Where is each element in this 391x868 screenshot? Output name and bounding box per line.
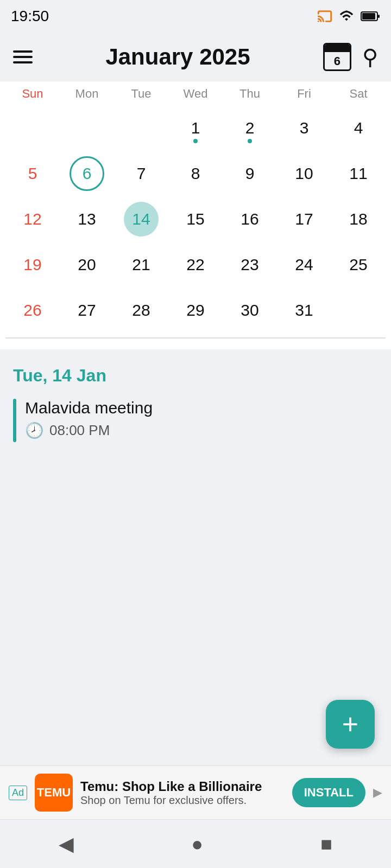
ad-install-button[interactable]: INSTALL (292, 778, 365, 807)
cal-day-25[interactable]: 25 (331, 243, 386, 286)
cal-day-31[interactable]: 31 (277, 289, 331, 332)
cal-day-16[interactable]: 16 (223, 197, 277, 241)
cal-day-2[interactable]: 2 (223, 106, 277, 150)
calendar-grid: 1 2 3 4 5 6 7 8 9 10 11 12 13 14 15 16 1… (5, 106, 386, 332)
cal-day-7[interactable]: 7 (114, 152, 168, 195)
cal-empty (60, 106, 114, 150)
status-icons (317, 9, 380, 24)
wifi-icon (338, 9, 355, 24)
event-details: Malavida meeting 🕗 08:00 PM (25, 399, 153, 442)
event-title: Malavida meeting (25, 399, 153, 417)
cal-day-3[interactable]: 3 (277, 106, 331, 150)
home-button[interactable]: ● (191, 833, 203, 856)
cal-day-5[interactable]: 5 (5, 152, 60, 195)
ad-close-icon[interactable]: ▶ (373, 786, 382, 800)
day-header-mon: Mon (60, 87, 114, 101)
cal-day-28[interactable]: 28 (114, 289, 168, 332)
day-headers: Sun Mon Tue Wed Thu Fri Sat (5, 81, 386, 106)
event-item[interactable]: Malavida meeting 🕗 08:00 PM (13, 399, 378, 442)
cal-day-26[interactable]: 26 (5, 289, 60, 332)
day-header-thu: Thu (223, 87, 277, 101)
cal-empty (5, 106, 60, 150)
cal-day-10[interactable]: 10 (277, 152, 331, 195)
day-header-tue: Tue (114, 87, 168, 101)
ad-label: Ad (9, 786, 27, 800)
cal-day-29[interactable]: 29 (168, 289, 223, 332)
cal-day-22[interactable]: 22 (168, 243, 223, 286)
event-color-bar (13, 399, 16, 442)
cal-day-17[interactable]: 17 (277, 197, 331, 241)
ad-title: Temu: Shop Like a Billionaire (80, 779, 285, 794)
header-actions: 6 ⚲ (323, 43, 378, 71)
event-time: 🕗 08:00 PM (25, 422, 153, 439)
clock-icon: 🕗 (25, 422, 44, 439)
status-time: 19:50 (11, 8, 49, 25)
calendar: Sun Mon Tue Wed Thu Fri Sat 1 2 3 4 5 6 … (0, 81, 391, 349)
cal-day-11[interactable]: 11 (331, 152, 386, 195)
calendar-divider (5, 337, 386, 339)
svg-rect-2 (362, 13, 375, 20)
cal-day-8[interactable]: 8 (168, 152, 223, 195)
cal-day-20[interactable]: 20 (60, 243, 114, 286)
cal-day-19[interactable]: 19 (5, 243, 60, 286)
ad-banner: Ad TEMU Temu: Shop Like a Billionaire Sh… (0, 765, 391, 819)
events-section: Tue, 14 Jan Malavida meeting 🕗 08:00 PM (0, 349, 391, 458)
cal-day-24[interactable]: 24 (277, 243, 331, 286)
today-button[interactable]: 6 (323, 43, 351, 71)
ad-logo: TEMU (35, 774, 73, 812)
cast-icon (317, 9, 332, 24)
cal-day-30[interactable]: 30 (223, 289, 277, 332)
events-date: Tue, 14 Jan (13, 366, 378, 386)
battery-icon (361, 10, 380, 22)
cal-day-21[interactable]: 21 (114, 243, 168, 286)
cal-day-14[interactable]: 14 (114, 197, 168, 241)
cal-day-1[interactable]: 1 (168, 106, 223, 150)
day-header-fri: Fri (277, 87, 331, 101)
cal-day-12[interactable]: 12 (5, 197, 60, 241)
day-header-sun: Sun (5, 87, 60, 101)
cal-day-4[interactable]: 4 (331, 106, 386, 150)
cal-empty (114, 106, 168, 150)
recent-button[interactable]: ■ (320, 833, 332, 856)
today-number: 6 (334, 55, 340, 67)
month-year-title: January 2025 (105, 44, 250, 70)
ad-text-block: Temu: Shop Like a Billionaire Shop on Te… (80, 779, 285, 807)
day-header-wed: Wed (168, 87, 223, 101)
nav-bar: ◀ ● ■ (0, 819, 391, 868)
add-icon: + (342, 708, 358, 741)
cal-day-6[interactable]: 6 (60, 152, 114, 195)
event-time-text: 08:00 PM (49, 422, 110, 439)
cal-day-18[interactable]: 18 (331, 197, 386, 241)
back-button[interactable]: ◀ (59, 833, 74, 856)
day-header-sat: Sat (331, 87, 386, 101)
status-bar: 19:50 (0, 0, 391, 33)
cal-day-13[interactable]: 13 (60, 197, 114, 241)
menu-button[interactable] (13, 50, 33, 63)
cal-day-9[interactable]: 9 (223, 152, 277, 195)
cal-empty (331, 289, 386, 332)
cal-day-23[interactable]: 23 (223, 243, 277, 286)
search-button[interactable]: ⚲ (362, 44, 378, 69)
header: January 2025 6 ⚲ (0, 33, 391, 81)
cal-day-27[interactable]: 27 (60, 289, 114, 332)
cal-day-15[interactable]: 15 (168, 197, 223, 241)
svg-rect-3 (378, 15, 380, 18)
add-event-button[interactable]: + (326, 700, 375, 749)
ad-subtitle: Shop on Temu for exclusive offers. (80, 794, 285, 807)
